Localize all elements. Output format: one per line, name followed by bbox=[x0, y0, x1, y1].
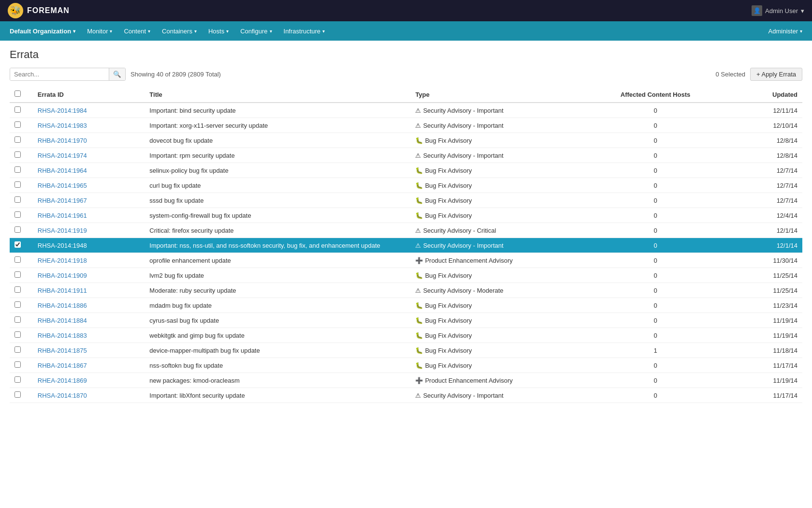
row-checkbox[interactable] bbox=[14, 316, 21, 323]
nav-containers[interactable]: Containers ▾ bbox=[156, 21, 203, 41]
user-menu[interactable]: 👤 Admin User ▾ bbox=[752, 5, 804, 16]
table-row: RHSA-2014:1870 Important: libXfont secur… bbox=[10, 388, 802, 403]
table-row: RHBA-2014:1884 cyrus-sasl bug fix update… bbox=[10, 313, 802, 328]
search-button[interactable]: 🔍 bbox=[109, 68, 125, 80]
row-checkbox[interactable] bbox=[14, 121, 21, 128]
errata-id-link[interactable]: RHBA-2014:1911 bbox=[38, 287, 87, 294]
row-checkbox[interactable] bbox=[14, 211, 21, 218]
apply-errata-button[interactable]: + Apply Errata bbox=[750, 68, 802, 81]
row-checkbox[interactable] bbox=[14, 196, 21, 203]
row-checkbox-cell bbox=[10, 223, 33, 238]
errata-id-link[interactable]: RHBA-2014:1867 bbox=[38, 362, 87, 369]
nav-hosts-caret: ▾ bbox=[226, 29, 229, 34]
errata-id-cell: RHEA-2014:1918 bbox=[33, 253, 145, 268]
hosts-cell: 0 bbox=[593, 148, 719, 163]
updated-cell: 12/10/14 bbox=[718, 118, 802, 133]
row-checkbox[interactable] bbox=[14, 106, 21, 113]
nav-hosts[interactable]: Hosts ▾ bbox=[203, 21, 234, 41]
title-cell: Important: bind security update bbox=[145, 103, 410, 118]
errata-id-link[interactable]: RHSA-2014:1984 bbox=[38, 107, 87, 114]
updated-cell: 12/8/14 bbox=[718, 133, 802, 148]
row-checkbox[interactable] bbox=[14, 241, 21, 248]
brand-name: FOREMAN bbox=[27, 6, 70, 15]
errata-id-link[interactable]: RHBA-2014:1883 bbox=[38, 332, 87, 339]
row-checkbox[interactable] bbox=[14, 286, 21, 293]
errata-id-link[interactable]: RHSA-2014:1870 bbox=[38, 392, 87, 399]
row-checkbox[interactable] bbox=[14, 391, 21, 398]
bug-icon: 🐛 bbox=[415, 182, 423, 189]
select-all-checkbox[interactable] bbox=[14, 90, 21, 97]
nav-org[interactable]: Default Organization ▾ bbox=[4, 21, 81, 41]
nav-configure-label: Configure bbox=[240, 28, 267, 35]
row-checkbox[interactable] bbox=[14, 301, 21, 308]
errata-id-link[interactable]: RHBA-2014:1884 bbox=[38, 317, 87, 324]
errata-id-cell: RHSA-2014:1948 bbox=[33, 238, 145, 253]
nav-configure[interactable]: Configure ▾ bbox=[234, 21, 277, 41]
errata-id-link[interactable]: RHBA-2014:1965 bbox=[38, 182, 87, 189]
errata-id-link[interactable]: RHSA-2014:1919 bbox=[38, 227, 87, 234]
hosts-cell: 0 bbox=[593, 178, 719, 193]
row-checkbox[interactable] bbox=[14, 181, 21, 188]
type-cell: ➕Product Enhancement Advisory bbox=[410, 373, 592, 388]
bug-icon: 🐛 bbox=[415, 272, 423, 279]
user-name: Admin User bbox=[765, 7, 798, 15]
type-cell: 🐛Bug Fix Advisory bbox=[410, 193, 592, 208]
table-row: RHSA-2014:1919 Critical: firefox securit… bbox=[10, 223, 802, 238]
type-cell: 🐛Bug Fix Advisory bbox=[410, 343, 592, 358]
row-checkbox[interactable] bbox=[14, 151, 21, 158]
errata-id-link[interactable]: RHEA-2014:1918 bbox=[38, 257, 87, 264]
errata-id-link[interactable]: RHBA-2014:1961 bbox=[38, 212, 87, 219]
errata-id-link[interactable]: RHSA-2014:1983 bbox=[38, 122, 87, 129]
type-cell: ➕Product Enhancement Advisory bbox=[410, 253, 592, 268]
title-cell: oprofile enhancement update bbox=[145, 253, 410, 268]
bug-icon: 🐛 bbox=[415, 302, 423, 309]
errata-id-link[interactable]: RHBA-2014:1909 bbox=[38, 272, 87, 279]
nav-org-caret: ▾ bbox=[73, 29, 75, 34]
col-title: Title bbox=[145, 87, 410, 103]
errata-id-link[interactable]: RHEA-2014:1869 bbox=[38, 377, 87, 384]
row-checkbox[interactable] bbox=[14, 226, 21, 233]
table-header-row: Errata ID Title Type Affected Content Ho… bbox=[10, 87, 802, 103]
nav-content[interactable]: Content ▾ bbox=[118, 21, 156, 41]
row-checkbox-cell bbox=[10, 178, 33, 193]
nav-monitor[interactable]: Monitor ▾ bbox=[81, 21, 118, 41]
errata-id-link[interactable]: RHBA-2014:1875 bbox=[38, 347, 87, 354]
errata-id-link[interactable]: RHBA-2014:1886 bbox=[38, 302, 87, 309]
row-checkbox-cell bbox=[10, 103, 33, 118]
hosts-cell: 0 bbox=[593, 238, 719, 253]
row-checkbox[interactable] bbox=[14, 361, 21, 368]
page-content: Errata 🔍 Showing 40 of 2809 (2809 Total)… bbox=[0, 41, 812, 508]
row-checkbox[interactable] bbox=[14, 136, 21, 143]
row-checkbox-cell bbox=[10, 343, 33, 358]
row-checkbox[interactable] bbox=[14, 331, 21, 338]
user-caret-icon: ▾ bbox=[801, 7, 804, 15]
type-cell: ⚠Security Advisory - Moderate bbox=[410, 283, 592, 298]
row-checkbox[interactable] bbox=[14, 271, 21, 278]
errata-id-link[interactable]: RHBA-2014:1970 bbox=[38, 137, 87, 144]
type-cell: 🐛Bug Fix Advisory bbox=[410, 133, 592, 148]
title-cell: Important: libXfont security update bbox=[145, 388, 410, 403]
row-checkbox[interactable] bbox=[14, 376, 21, 383]
errata-id-link[interactable]: RHBA-2014:1967 bbox=[38, 197, 87, 204]
row-checkbox[interactable] bbox=[14, 256, 21, 263]
nav-infrastructure[interactable]: Infrastructure ▾ bbox=[278, 21, 331, 41]
nav-administer-caret: ▾ bbox=[800, 29, 802, 34]
row-checkbox-cell bbox=[10, 193, 33, 208]
search-input[interactable] bbox=[10, 68, 109, 80]
type-cell: 🐛Bug Fix Advisory bbox=[410, 358, 592, 373]
brand: 🐝 FOREMAN bbox=[8, 3, 70, 18]
row-checkbox[interactable] bbox=[14, 346, 21, 353]
errata-id-link[interactable]: RHSA-2014:1974 bbox=[38, 152, 87, 159]
nav-administer[interactable]: Administer ▾ bbox=[763, 21, 808, 41]
title-cell: nss-softokn bug fix update bbox=[145, 358, 410, 373]
col-hosts: Affected Content Hosts bbox=[593, 87, 719, 103]
errata-id-link[interactable]: RHSA-2014:1948 bbox=[38, 242, 87, 249]
warning-icon: ⚠ bbox=[415, 287, 421, 294]
page-title: Errata bbox=[10, 48, 802, 61]
row-checkbox-cell bbox=[10, 268, 33, 283]
row-checkbox-cell bbox=[10, 373, 33, 388]
row-checkbox[interactable] bbox=[14, 166, 21, 173]
type-cell: ⚠Security Advisory - Important bbox=[410, 388, 592, 403]
errata-id-link[interactable]: RHBA-2014:1964 bbox=[38, 167, 87, 174]
table-row: RHBA-2014:1886 mdadm bug fix update 🐛Bug… bbox=[10, 298, 802, 313]
